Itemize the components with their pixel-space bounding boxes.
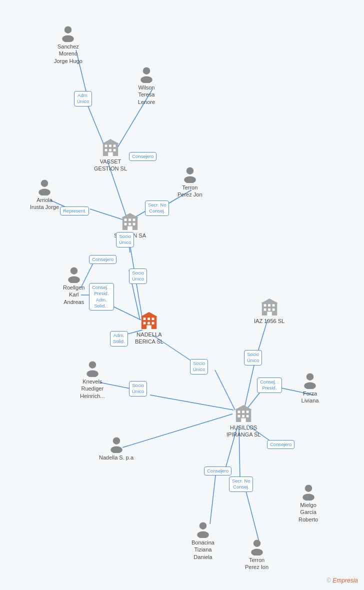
badge-consejero-hus: Consejero (267, 440, 294, 449)
badge-represent: Represent. (60, 206, 89, 216)
badge-consejero-vasset: Consejero (129, 152, 156, 161)
node-bonacina: BonacinaTizianaDaniela (192, 520, 214, 560)
svg-rect-59 (148, 318, 150, 320)
svg-rect-82 (246, 410, 249, 413)
badge-consej-presid-adm: Consej. .Presid.Adm.Solid. . (89, 283, 114, 310)
svg-rect-37 (105, 149, 108, 152)
svg-rect-49 (133, 218, 136, 221)
svg-point-93 (302, 494, 314, 501)
svg-rect-47 (124, 218, 127, 221)
svg-marker-87 (235, 405, 252, 410)
svg-point-32 (140, 76, 152, 84)
svg-line-15 (100, 382, 132, 389)
node-forza: ForzaLiviana (301, 371, 319, 404)
svg-rect-62 (148, 322, 150, 324)
svg-line-17 (122, 414, 232, 448)
svg-rect-51 (128, 223, 131, 226)
label-nadella-spa: Nadella S. p.a (99, 454, 134, 461)
label-terron1: TerronPerez Jon (178, 184, 202, 198)
badge-socio-unico2: SocioÚnico (129, 268, 147, 284)
svg-point-94 (253, 540, 260, 547)
svg-rect-72 (264, 308, 266, 311)
svg-marker-76 (260, 298, 278, 304)
svg-rect-85 (246, 415, 249, 418)
svg-rect-80 (238, 410, 240, 413)
node-husillos: HUSILLOSIPIRANGA SL (226, 404, 260, 438)
label-vasset: VASSETGESTION SL (94, 158, 127, 172)
svg-rect-61 (144, 322, 146, 324)
svg-point-91 (197, 532, 208, 538)
svg-point-90 (200, 522, 206, 530)
label-forza: ForzaLiviana (302, 390, 319, 404)
svg-line-27 (245, 488, 259, 542)
svg-marker-54 (122, 213, 138, 218)
svg-point-67 (86, 370, 98, 378)
svg-line-20 (258, 320, 268, 353)
svg-line-16 (150, 395, 234, 410)
svg-rect-75 (267, 312, 272, 316)
svg-rect-48 (128, 218, 131, 221)
badge-secr-no-consej2: Secr. NoConsej. (229, 476, 253, 492)
node-mielgo: MielgoGarciaRoberto (298, 482, 318, 523)
svg-point-95 (251, 549, 262, 556)
svg-rect-73 (268, 308, 270, 311)
svg-point-29 (64, 26, 72, 34)
svg-point-30 (62, 36, 74, 42)
svg-rect-35 (109, 144, 112, 147)
watermark: © Empresia (326, 577, 358, 584)
svg-line-21 (244, 361, 255, 410)
svg-marker-41 (102, 139, 119, 144)
svg-point-56 (68, 276, 80, 284)
svg-rect-71 (272, 304, 274, 306)
label-wilson: WilsonTeresaLenore (138, 84, 155, 106)
badge-secr-no-consej1: Secr. NoConsej. (145, 200, 169, 216)
label-sanchez: SanchezMorenoJorge Hugo (54, 43, 82, 64)
node-wilson: WilsonTeresaLenore (138, 65, 156, 106)
badge-socio-unico1: SocioÚnico (116, 232, 134, 248)
svg-line-25 (210, 472, 216, 524)
label-mielgo: MielgoGarciaRoberto (298, 502, 318, 523)
svg-point-42 (41, 180, 48, 187)
svg-point-43 (38, 189, 50, 196)
svg-point-31 (143, 68, 150, 74)
svg-point-45 (184, 176, 196, 184)
node-nadella-spa: Nadella S. p.a (99, 435, 134, 461)
label-terron2: TerronPerez Ion (245, 556, 268, 571)
node-roellgen: RoellgenKarlAndreas (63, 265, 84, 306)
label-nadella-berica: NADELLABERICA SL (135, 331, 164, 346)
svg-rect-60 (152, 318, 154, 320)
diagram-container: SanchezMorenoJorge Hugo WilsonTeresaLeno… (0, 0, 364, 590)
badge-consej-presid2: Consej. .Presid. (257, 378, 282, 393)
svg-rect-53 (128, 226, 132, 230)
svg-rect-70 (268, 304, 270, 306)
svg-rect-34 (105, 144, 108, 147)
svg-rect-84 (242, 415, 244, 418)
svg-point-66 (89, 362, 96, 368)
svg-point-44 (186, 168, 194, 174)
svg-rect-40 (108, 152, 113, 156)
label-roellgen: RoellgenKarlAndreas (63, 284, 84, 306)
svg-rect-81 (242, 410, 244, 413)
svg-marker-65 (140, 312, 158, 317)
svg-rect-74 (272, 308, 274, 311)
svg-rect-50 (124, 223, 127, 226)
svg-point-88 (112, 438, 120, 444)
watermark-brand: Empresia (332, 577, 358, 584)
badge-socio-unico5: SocioÚnico (244, 350, 262, 366)
badge-socio-unico4: SocioÚnico (190, 359, 208, 374)
label-arriola: ArriolaIrusta Jorge (30, 196, 59, 211)
badge-adm-solid: Adm.Solid. (110, 331, 128, 346)
node-vasset: VASSETGESTION SL (94, 138, 127, 172)
label-husillos: HUSILLOSIPIRANGA SL (226, 424, 260, 438)
badge-consejero-shuton: Consejero (89, 255, 116, 264)
node-terron1: TerronPerez Jon (178, 165, 202, 198)
svg-point-78 (304, 382, 316, 390)
svg-rect-58 (144, 318, 146, 320)
svg-rect-64 (147, 326, 152, 330)
node-sanchez: SanchezMorenoJorge Hugo (54, 24, 82, 64)
badge-socio-unico3: SocioÚnico (129, 381, 147, 396)
svg-rect-52 (133, 223, 136, 226)
label-bonacina: BonacinaTizianaDaniela (192, 539, 214, 560)
node-knevels: KnevelsRuedigerHeinrich... (80, 359, 105, 400)
svg-rect-86 (241, 418, 246, 422)
